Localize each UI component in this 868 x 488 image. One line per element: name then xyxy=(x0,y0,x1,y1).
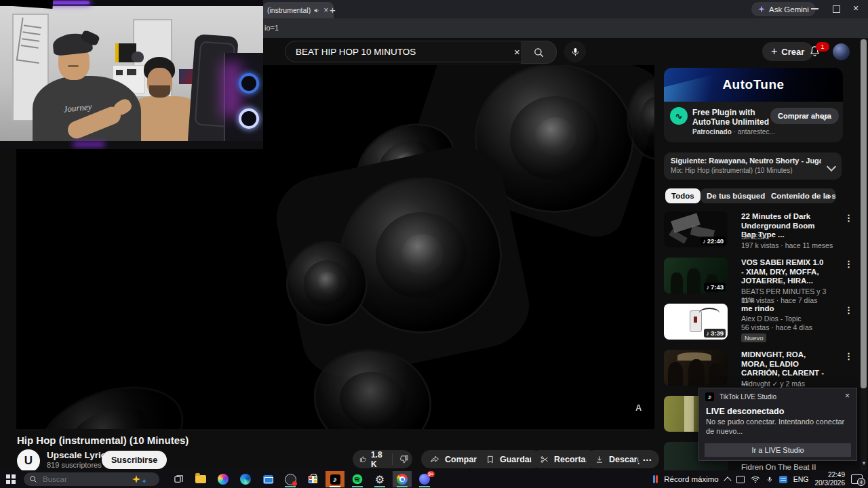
settings-button[interactable]: ⚙ xyxy=(370,471,389,487)
window-minimize-button[interactable] xyxy=(811,8,818,9)
taskbar: ♪ ⚙ 9+ Récord máximo ENG 22:49 20/3/2026 xyxy=(0,470,868,488)
chip-todos[interactable]: Todos xyxy=(665,188,701,203)
chips-scroll-arrow[interactable]: › xyxy=(828,190,831,201)
edge-button[interactable] xyxy=(236,471,255,487)
tab-close-icon[interactable]: × xyxy=(323,5,328,15)
webcam-art xyxy=(132,52,144,62)
chrome-button[interactable] xyxy=(393,471,412,487)
suggested-video-row[interactable]: MIDNVGHT, ROA, MORA, ELADIO CARRIÓN, CLA… xyxy=(664,350,853,390)
weather-widget[interactable]: Récord máximo xyxy=(664,475,719,483)
create-label: Crear xyxy=(781,47,804,57)
video-menu-icon[interactable]: ⋮ xyxy=(844,213,853,223)
toast-close-icon[interactable]: × xyxy=(845,391,850,401)
suggested-video-row[interactable]: ♪3:39 me rindo Alex D Dios - Topic 56 vi… xyxy=(664,304,853,344)
photos-app-button[interactable] xyxy=(214,471,233,487)
webcam-art xyxy=(73,142,104,146)
address-bar-url[interactable]: io=1 xyxy=(264,24,279,32)
ad-headline-line1[interactable]: Free Plugin with xyxy=(692,108,755,117)
webcam-art xyxy=(0,0,53,9)
ask-gemini-button[interactable]: Ask Gemini xyxy=(751,2,816,16)
copilot-icon xyxy=(132,475,140,483)
obs-studio-button[interactable] xyxy=(281,471,300,487)
video-thumbnail[interactable] xyxy=(664,350,728,386)
taskbar-search-input[interactable] xyxy=(41,474,119,484)
share-icon xyxy=(430,454,440,464)
gemini-sparkle-icon xyxy=(758,6,765,13)
ad-banner[interactable]: AutoTune xyxy=(664,68,843,102)
subscriber-count: 819 suscriptores xyxy=(47,461,102,469)
start-button[interactable] xyxy=(6,474,16,484)
suggested-video-row[interactable]: ♪7:43 VOS SABEI REMIX 1.0 - XIAM, DRY, M… xyxy=(664,258,853,298)
notification-count-badge: 1 xyxy=(816,42,829,52)
toast-action-button[interactable]: Ir a LIVE Studio xyxy=(705,443,851,457)
file-explorer-button[interactable] xyxy=(191,471,210,487)
search-box[interactable] xyxy=(285,41,522,62)
mail-app-button[interactable] xyxy=(258,471,277,487)
up-next-card[interactable]: Siguiente: Rawayana, Neutro Shorty - Jug… xyxy=(664,152,842,180)
video-thumbnail[interactable]: ♪3:39 xyxy=(664,304,728,340)
suggested-video-row[interactable]: ♪22:40 22 Minutes of Dark Underground Bo… xyxy=(664,211,853,252)
wifi-icon[interactable] xyxy=(751,476,760,483)
task-view-button[interactable] xyxy=(169,471,188,487)
taskbar-search[interactable] xyxy=(24,472,159,486)
toast-body: No se pudo conectar. Intentando conectar… xyxy=(706,418,847,436)
speaker-art xyxy=(286,241,368,326)
duration-badge: ♪7:43 xyxy=(704,283,726,291)
window-close-button[interactable]: × xyxy=(853,3,859,14)
ad-brand: AutoTune xyxy=(664,68,843,102)
subscribe-button[interactable]: Suscribirse xyxy=(102,451,167,469)
video-thumbnail[interactable]: ♪22:40 xyxy=(664,211,728,247)
create-button[interactable]: + Crear xyxy=(762,42,813,61)
video-meta: 197 k vistas · hace 11 meses xyxy=(741,241,833,249)
chip-serie[interactable]: Contenido de la ser xyxy=(765,188,835,203)
spotify-button[interactable] xyxy=(348,471,367,487)
tab-audio-icon[interactable] xyxy=(313,7,319,14)
speaker-art xyxy=(26,369,195,429)
download-icon xyxy=(595,455,604,464)
webcam-art xyxy=(149,85,170,98)
youtube-account-avatar[interactable] xyxy=(833,43,850,60)
tiktok-live-studio-button[interactable]: ♪ xyxy=(326,471,344,487)
search-clear-icon[interactable]: × xyxy=(514,46,520,58)
dislike-button[interactable] xyxy=(397,454,416,464)
tray-chat-icon[interactable] xyxy=(779,476,787,483)
speaker-art xyxy=(340,178,502,333)
search-icon xyxy=(533,47,545,58)
video-thumbnail[interactable]: ♪7:43 xyxy=(664,258,728,293)
video-menu-icon[interactable]: ⋮ xyxy=(844,305,853,315)
more-actions-button[interactable]: ⋯ xyxy=(638,450,656,468)
language-indicator[interactable]: ENG xyxy=(793,475,809,483)
advertiser-logo[interactable]: ∿ xyxy=(670,107,688,125)
search-button[interactable] xyxy=(521,41,557,64)
ad-sponsored-row: Patrocinado · antarestec... xyxy=(692,128,775,136)
window-maximize-button[interactable] xyxy=(833,5,840,13)
webcam-overlay[interactable]: Journey xyxy=(0,0,263,149)
duration-badge: ♪3:39 xyxy=(704,329,726,338)
ad-headline-line2[interactable]: AutoTune Unlimited xyxy=(692,117,769,127)
like-button[interactable]: 1.8 K xyxy=(353,453,393,465)
page-scrollbar-thumb[interactable] xyxy=(861,39,867,388)
scrollbar-down-arrow[interactable]: ▼ xyxy=(861,460,867,466)
voice-search-button[interactable] xyxy=(564,41,586,62)
channel-watermark[interactable]: A xyxy=(635,403,642,413)
new-badge: Nuevo xyxy=(741,333,766,342)
search-input[interactable] xyxy=(285,46,500,58)
tray-mic-icon[interactable] xyxy=(766,475,773,484)
clock[interactable]: 22:49 20/3/2026 xyxy=(815,471,846,487)
more-icon: ⋯ xyxy=(643,454,652,465)
tiktok-icon: ♪ xyxy=(705,392,714,401)
tray-expand-icon[interactable] xyxy=(724,476,731,484)
toast-title: LIVE desconectado xyxy=(706,407,784,416)
microsoft-store-button[interactable] xyxy=(303,471,322,487)
new-tab-button[interactable]: + xyxy=(330,4,336,16)
tiktok-toast[interactable]: ♪ TikTok LIVE Studio × LIVE desconectado… xyxy=(698,388,857,461)
discord-button[interactable]: 9+ xyxy=(415,471,434,487)
channel-avatar[interactable]: U xyxy=(17,449,40,472)
video-menu-icon[interactable]: ⋮ xyxy=(844,351,853,361)
browser-tab[interactable]: (instrumental) × xyxy=(263,2,334,18)
video-menu-icon[interactable]: ⋮ xyxy=(844,259,853,269)
tray-window-icon[interactable] xyxy=(736,476,745,483)
mic-icon xyxy=(570,47,580,57)
notification-center-icon[interactable]: 4 xyxy=(851,474,863,484)
copilot-icon xyxy=(142,479,146,484)
